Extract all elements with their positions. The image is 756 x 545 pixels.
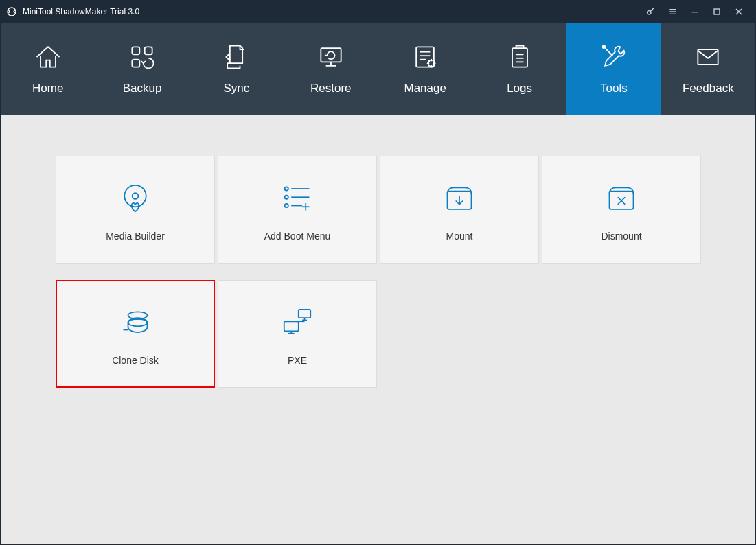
svg-rect-9 xyxy=(132,47,139,54)
nav-backup[interactable]: Backup xyxy=(95,23,189,115)
box-down-icon xyxy=(440,178,479,218)
list-plus-icon xyxy=(278,178,317,218)
svg-point-25 xyxy=(602,46,605,49)
content-area: Media Builder Add Boot Menu xyxy=(1,115,755,429)
nav-restore[interactable]: Restore xyxy=(284,23,378,115)
manage-icon xyxy=(410,42,440,72)
titlebar: MiniTool ShadowMaker Trial 3.0 xyxy=(1,1,755,23)
pxe-icon xyxy=(278,303,317,343)
disc-flame-icon xyxy=(116,178,154,218)
tile-label: Dismount xyxy=(601,231,641,242)
svg-point-29 xyxy=(285,187,288,190)
svg-point-43 xyxy=(128,318,148,326)
svg-line-24 xyxy=(605,48,612,56)
disks-icon xyxy=(116,303,154,343)
nav-manage[interactable]: Manage xyxy=(378,23,472,115)
close-button[interactable] xyxy=(728,1,750,23)
nav-tools[interactable]: Tools xyxy=(566,23,661,115)
app-icon xyxy=(6,6,17,17)
menu-icon[interactable] xyxy=(662,1,684,23)
nav-label: Backup xyxy=(123,82,162,95)
feedback-icon xyxy=(693,42,723,72)
nav-label: Home xyxy=(32,82,63,95)
svg-rect-45 xyxy=(299,309,311,317)
tools-grid: Media Builder Add Boot Menu xyxy=(56,156,700,388)
restore-icon xyxy=(316,42,346,72)
nav-label: Manage xyxy=(404,82,446,95)
tools-icon xyxy=(599,42,629,72)
svg-rect-15 xyxy=(416,47,434,67)
box-x-icon xyxy=(602,178,641,218)
tile-add-boot-menu[interactable]: Add Boot Menu xyxy=(218,156,377,264)
svg-point-33 xyxy=(285,203,288,207)
maximize-button[interactable] xyxy=(706,1,728,23)
svg-point-1 xyxy=(648,11,651,14)
tile-label: Media Builder xyxy=(106,231,165,242)
tile-dismount[interactable]: Dismount xyxy=(542,156,701,264)
svg-rect-12 xyxy=(321,48,341,62)
nav-label: Logs xyxy=(507,82,532,95)
svg-point-28 xyxy=(133,193,139,199)
minimize-button[interactable] xyxy=(684,1,706,23)
tile-media-builder[interactable]: Media Builder xyxy=(56,156,215,264)
nav-logs[interactable]: Logs xyxy=(472,23,566,115)
svg-point-0 xyxy=(8,8,16,16)
tile-mount[interactable]: Mount xyxy=(380,156,539,264)
tile-label: Clone Disk xyxy=(112,355,159,366)
svg-rect-48 xyxy=(284,321,299,331)
nav-label: Restore xyxy=(310,82,352,95)
nav-home[interactable]: Home xyxy=(1,23,95,115)
nav-sync[interactable]: Sync xyxy=(190,23,284,115)
svg-rect-10 xyxy=(145,47,152,54)
sync-icon xyxy=(221,42,251,72)
backup-icon xyxy=(127,42,157,72)
tile-label: Add Boot Menu xyxy=(264,231,331,242)
navbar: Home Backup Sync Restor xyxy=(1,23,755,115)
svg-rect-26 xyxy=(698,49,718,65)
tile-pxe[interactable]: PXE xyxy=(218,280,377,388)
app-title: MiniTool ShadowMaker Trial 3.0 xyxy=(23,7,139,16)
nav-feedback[interactable]: Feedback xyxy=(661,23,755,115)
nav-label: Sync xyxy=(224,82,250,95)
nav-label: Feedback xyxy=(683,82,734,95)
svg-point-31 xyxy=(285,195,288,198)
tile-clone-disk[interactable]: Clone Disk xyxy=(56,280,215,388)
tile-label: Mount xyxy=(446,231,473,242)
nav-label: Tools xyxy=(600,82,628,95)
key-icon[interactable] xyxy=(640,1,662,23)
home-icon xyxy=(33,42,63,72)
svg-rect-6 xyxy=(714,9,720,14)
svg-rect-11 xyxy=(132,60,139,67)
tile-label: PXE xyxy=(288,355,307,366)
logs-icon xyxy=(505,42,535,72)
